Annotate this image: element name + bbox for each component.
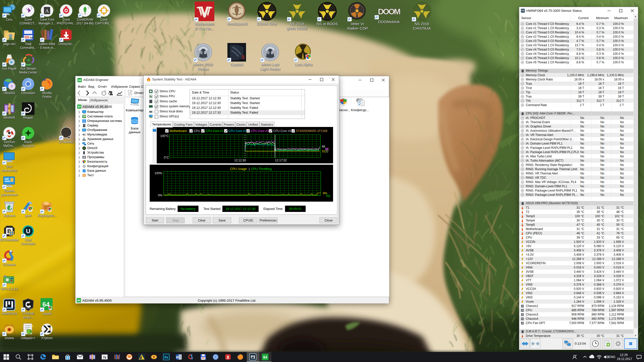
svg-text:0%: 0% [326, 194, 331, 198]
svg-text:%: % [150, 95, 152, 98]
svg-text:31: 31 [322, 150, 325, 153]
svg-text:A: A [45, 8, 49, 14]
svg-text:CPU: CPU [194, 129, 200, 133]
svg-text:ST4000DM000-1F2168: ST4000DM000-1F2168 [296, 129, 328, 133]
svg-text:64: 64 [78, 79, 81, 82]
svg-text:Motherboard: Motherboard [170, 129, 187, 133]
svg-text:CPU Core #4: CPU Core #4 [273, 129, 291, 133]
svg-text:0°C: 0°C [164, 156, 169, 159]
svg-text:Ps: Ps [165, 356, 168, 359]
svg-text:64: 64 [263, 355, 267, 359]
svg-text:32: 32 [325, 150, 329, 153]
svg-text:100%: 100% [154, 171, 162, 175]
svg-text:W: W [176, 356, 179, 359]
svg-text:CPU Usage: CPU Usage [230, 167, 247, 171]
svg-text:✈: ✈ [88, 7, 90, 9]
svg-text:64: 64 [77, 299, 80, 302]
svg-text:3: 3 [242, 54, 245, 60]
svg-text:CPU Core #1: CPU Core #1 [206, 129, 224, 133]
svg-text:0%: 0% [158, 194, 163, 197]
svg-text:7z: 7z [103, 355, 106, 359]
svg-text:64: 64 [30, 36, 33, 39]
svg-text:12:17:32: 12:17:32 [275, 159, 287, 162]
svg-text:CPU Throttling: CPU Throttling [251, 167, 272, 171]
svg-text:DOOM: DOOM [378, 7, 400, 16]
svg-text:48: 48 [322, 145, 325, 148]
svg-text:64: 64 [78, 105, 81, 108]
svg-text:|: | [249, 167, 250, 171]
svg-text:CPU Core #2: CPU Core #2 [228, 129, 247, 133]
svg-text:U: U [26, 228, 30, 235]
svg-text:12:12:30: 12:12:30 [234, 159, 246, 162]
svg-text:XTREME: XTREME [24, 308, 32, 309]
svg-text:100°C: 100°C [160, 134, 169, 138]
svg-text:CPU Core #3: CPU Core #3 [251, 129, 269, 133]
